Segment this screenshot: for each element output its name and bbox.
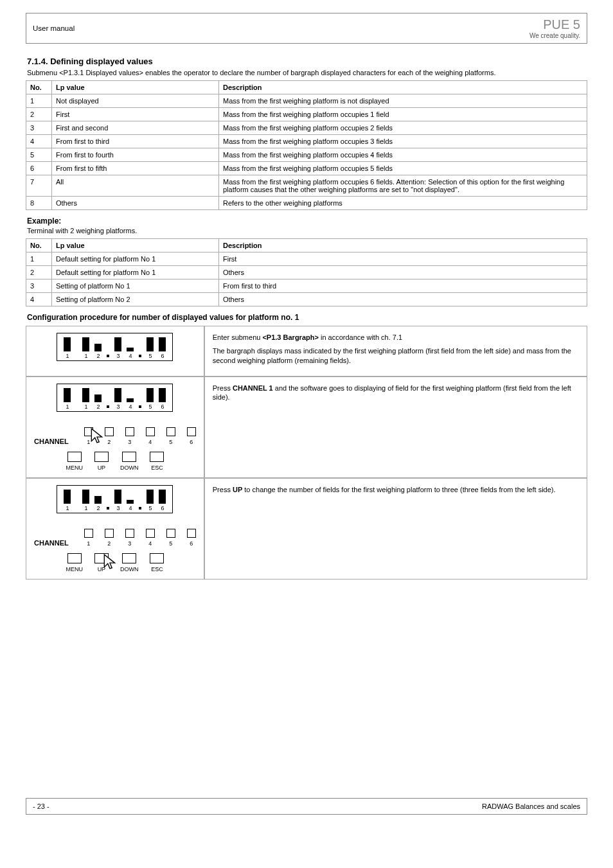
bargraph-bar-label: 4 [129, 403, 132, 410]
bargraph-bar-label: 1 [84, 353, 87, 359]
intro-text: Submenu <P1.3.1 Displayed values> enable… [27, 69, 586, 76]
table-row: 1 Default setting for platform No 1 Firs… [26, 252, 587, 266]
bargraph-bar: 6 [157, 388, 167, 410]
cell-lp: First and second [52, 121, 219, 135]
cell-no: 2 [26, 108, 52, 121]
ex-th-no: No. [26, 239, 52, 252]
channel-1-button[interactable]: 1 [84, 529, 93, 547]
menu-buttons-row: MENU UP DOWN ESC [34, 553, 196, 572]
bargraph-bar: 3 [113, 337, 123, 359]
bargraph-bar: 1 [62, 388, 72, 410]
cell-desc: Mass from the first weighing platform oc… [219, 108, 587, 121]
channel-3-button[interactable]: 3 [125, 529, 134, 547]
cell-lp: Setting of platform No 2 [52, 293, 219, 306]
bargraph-bar-label: 5 [148, 505, 152, 511]
bargraph-bar-label: 3 [116, 353, 120, 359]
config-step-description: Press UP to change the number of fields … [204, 478, 587, 580]
page-footer: - 23 - RADWAG Balances and scales [26, 798, 587, 815]
bargraph-bar: 5 [145, 388, 155, 410]
channel-3-button[interactable]: 3 [125, 427, 134, 445]
table-row: 7 All Mass from the first weighing platf… [26, 175, 587, 197]
bargraph-separator [139, 507, 141, 509]
cell-lp: From first to fourth [52, 148, 219, 162]
menu-button[interactable]: MENU [66, 452, 83, 471]
channel-5-button[interactable]: 5 [166, 529, 175, 547]
bargraph-bar-label: 4 [129, 353, 132, 359]
config-step-row: 1 1 2 3 4 5 [26, 326, 587, 376]
config-step-row: 1 1 2 3 4 5 [26, 376, 587, 478]
bargraph-bar: 2 [93, 496, 103, 511]
table-row: 8 Others Refers to the other weighing pl… [26, 197, 587, 210]
example-title: Example: [27, 217, 586, 226]
cell-desc: Mass from the first weighing platform oc… [219, 121, 587, 135]
bargraph-bar: 1 [81, 388, 91, 410]
bargraph-bar-label: 6 [161, 505, 164, 511]
cell-no: 4 [26, 293, 52, 306]
channel-buttons-row: CHANNEL 1 2 3 4 5 6 [34, 427, 196, 445]
company-name: RADWAG Balances and scales [482, 802, 580, 810]
config-step-paragraph: Press CHANNEL 1 and the software goes to… [213, 384, 579, 403]
channel-6-button[interactable]: 6 [187, 529, 196, 547]
table-row: 5 From first to fourth Mass from the fir… [26, 148, 587, 162]
bargraph-bar-label: 2 [96, 353, 100, 359]
ex-th-lp: Lp value [52, 239, 219, 252]
esc-button[interactable]: ESC [150, 452, 164, 471]
bargraph-bar-label: 3 [116, 505, 120, 511]
bargraph-bar-label: 3 [116, 403, 120, 410]
header-tagline: We create quality. [529, 32, 580, 39]
cell-no: 3 [26, 121, 52, 135]
bargraph-bar: 5 [145, 337, 155, 359]
down-button[interactable]: DOWN [120, 452, 139, 471]
ex-th-desc: Description [219, 239, 587, 252]
channel-2-button[interactable]: 2 [105, 427, 114, 445]
bargraph-bar: 3 [113, 490, 123, 511]
cell-desc: First [219, 252, 587, 266]
config-step-paragraph: Press UP to change the number of fields … [213, 485, 579, 495]
bargraph-bar-label: 1 [66, 505, 69, 511]
bargraph-bar-label: 6 [161, 403, 164, 410]
config-step-description: Enter submenu <P1.3 Bargraph> in accorda… [204, 326, 587, 376]
config-step-visual: 1 1 2 3 4 5 [26, 376, 204, 478]
table-row: 1 Not displayed Mass from the first weig… [26, 94, 587, 108]
channel-2-button[interactable]: 2 [105, 529, 114, 547]
bargraph-bar: 6 [157, 337, 167, 359]
cell-desc: Refers to the other weighing platforms [219, 197, 587, 210]
cell-no: 8 [26, 197, 52, 210]
up-button[interactable]: UP [94, 553, 109, 572]
down-button[interactable]: DOWN [120, 553, 139, 572]
bargraph-bar-label: 2 [96, 403, 100, 410]
bargraph-separator [107, 405, 109, 408]
cell-desc: From first to third [219, 279, 587, 293]
cell-lp: From first to third [52, 135, 219, 148]
cell-lp: All [52, 175, 219, 197]
header-model: PUE 5 [529, 17, 580, 32]
channel-1-button[interactable]: 1 [84, 427, 93, 445]
channel-6-button[interactable]: 6 [187, 427, 196, 445]
bargraph-bar: 2 [93, 344, 103, 359]
example-table: No. Lp value Description 1 Default setti… [26, 238, 587, 306]
table-row: 2 First Mass from the first weighing pla… [26, 108, 587, 121]
bargraph-display: 1 1 2 3 4 5 [57, 384, 173, 412]
cursor-icon [102, 553, 118, 570]
cell-no: 6 [26, 162, 52, 175]
params-table: No. Lp value Description 1 Not displayed… [26, 80, 587, 210]
config-title: Configuration procedure for number of di… [27, 313, 586, 322]
channel-5-button[interactable]: 5 [166, 427, 175, 445]
bargraph-bar: 4 [125, 348, 135, 359]
channel-4-button[interactable]: 4 [146, 529, 155, 547]
bargraph-bar: 6 [157, 490, 167, 511]
cell-lp: Default setting for platform No 1 [52, 266, 219, 279]
menu-button[interactable]: MENU [66, 553, 83, 572]
up-button[interactable]: UP [94, 452, 109, 471]
th-no: No. [26, 81, 52, 94]
cell-desc: Others [219, 293, 587, 306]
esc-button[interactable]: ESC [150, 553, 164, 572]
channel-4-button[interactable]: 4 [146, 427, 155, 445]
bargraph-bar-label: 5 [148, 353, 152, 359]
page-number: - 23 - [33, 802, 49, 810]
bargraph-bar-label: 5 [148, 403, 152, 410]
section-title: 7.1.4. Defining displayed values [27, 57, 586, 66]
bargraph-bar-label: 4 [129, 505, 132, 511]
bargraph-separator [139, 405, 141, 408]
bargraph-bar: 1 [81, 490, 91, 511]
